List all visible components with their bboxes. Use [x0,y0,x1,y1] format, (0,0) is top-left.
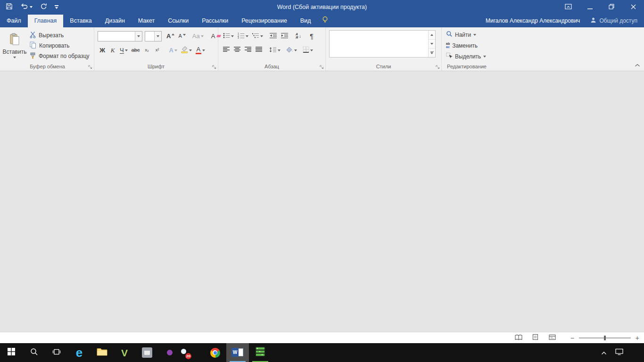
strikethrough-button[interactable]: abc [130,45,141,56]
start-button[interactable] [0,343,23,362]
find-button[interactable]: Найти [444,29,488,40]
show-marks-button[interactable]: ¶ [307,31,316,41]
replace-button[interactable]: ab ac Заменить [444,40,488,51]
shading-button[interactable] [285,45,298,56]
sort-button[interactable]: АЯ ↓ [294,31,303,41]
zoom-slider-thumb[interactable] [604,336,606,340]
taskbar-app-v[interactable]: V [113,343,136,362]
font-name-dropdown-caret[interactable] [135,32,142,41]
task-view-button[interactable] [45,343,68,362]
line-spacing-button[interactable] [268,45,282,56]
increase-indent-button[interactable] [280,31,290,41]
taskbar-app-badged[interactable]: 20 [181,343,204,362]
find-caret[interactable] [473,34,476,36]
restore-button[interactable] [601,0,622,14]
highlight-color-button[interactable] [180,45,193,56]
font-size-dropdown-caret[interactable] [154,32,161,41]
tray-monitor-icon[interactable] [615,348,623,357]
taskbar-search-button[interactable] [23,343,45,362]
format-painter-button[interactable]: Формат по образцу [27,51,92,61]
superscript-button[interactable]: x² [152,45,162,56]
redo-button[interactable] [40,3,47,12]
numbering-caret[interactable] [246,35,248,37]
text-effects-button[interactable]: А [167,45,178,56]
tab-mailings[interactable]: Рассылки [195,15,235,27]
minimize-button[interactable] [579,0,601,14]
undo-button[interactable] [20,3,33,11]
shading-caret[interactable] [294,49,297,51]
tell-me-button[interactable] [322,16,328,25]
zoom-in-button[interactable]: + [636,335,639,341]
share-button[interactable]: Общий доступ [590,17,637,25]
styles-dialog-launcher[interactable] [435,65,440,69]
styles-more-button[interactable] [429,49,435,57]
zoom-out-button[interactable]: − [570,335,574,341]
align-center-button[interactable] [232,45,242,56]
taskbar-app-word[interactable]: W [226,343,249,362]
borders-caret[interactable] [310,49,313,51]
paragraph-dialog-launcher[interactable] [319,65,324,69]
hidden-icons-chevron[interactable] [601,348,607,357]
highlight-caret[interactable] [189,49,192,51]
font-name-combobox[interactable] [98,31,142,41]
shrink-font-button[interactable]: А [177,31,187,41]
decrease-indent-button[interactable] [268,31,279,41]
bullets-caret[interactable] [231,35,234,37]
cut-button[interactable]: Вырезать [27,30,92,41]
taskbar-app-purple[interactable] [158,343,181,362]
font-size-combobox[interactable] [145,31,162,41]
taskbar-app-gray[interactable] [136,343,158,362]
tab-layout[interactable]: Макет [132,15,161,27]
copy-button[interactable]: Копировать [27,41,92,51]
select-caret[interactable] [483,56,486,58]
select-button[interactable]: Выделить [444,51,488,62]
user-name[interactable]: Мигалов Александр Александрович [486,17,580,24]
font-color-button[interactable]: А [194,45,206,56]
subscript-button[interactable]: x₂ [142,45,151,56]
borders-button[interactable] [301,45,314,56]
web-layout-button[interactable] [544,332,561,343]
taskbar-app-chrome[interactable] [204,343,226,362]
save-button[interactable] [6,3,13,12]
read-mode-button[interactable] [510,332,527,343]
bold-button[interactable]: Ж [98,45,107,56]
tab-insert[interactable]: Вставка [63,15,98,27]
underline-button[interactable]: Ч [118,45,129,56]
tab-view[interactable]: Вид [294,15,318,27]
change-case-button[interactable]: Аа [191,31,205,41]
customize-quick-access-button[interactable] [55,5,58,9]
align-left-button[interactable] [222,45,231,56]
italic-button[interactable]: К [108,45,117,56]
multilevel-list-button[interactable] [251,31,264,41]
taskbar-app-edge[interactable]: e [68,343,91,362]
styles-scroll-down-button[interactable] [429,40,435,49]
line-spacing-caret[interactable] [278,49,281,51]
tab-file[interactable]: Файл [0,15,28,27]
zoom-slider[interactable] [579,337,631,338]
numbering-button[interactable]: 123 [236,31,250,41]
font-dialog-launcher[interactable] [212,65,216,69]
grow-font-button[interactable]: А [165,31,176,41]
taskbar-app-media-player[interactable] [249,343,272,362]
taskbar-app-file-explorer[interactable] [91,343,113,362]
underline-caret[interactable] [125,49,128,51]
collapse-ribbon-button[interactable] [635,60,640,69]
paste-dropdown-caret[interactable] [13,57,16,58]
styles-scroll-up-button[interactable] [429,31,435,40]
align-right-button[interactable] [243,45,253,56]
styles-gallery[interactable] [329,30,436,58]
font-color-caret[interactable] [202,49,205,51]
justify-button[interactable] [254,45,264,56]
clipboard-dialog-launcher[interactable] [88,65,92,69]
ribbon-display-options-button[interactable] [557,0,579,14]
tab-review[interactable]: Рецензирование [235,15,294,27]
tab-design[interactable]: Дизайн [99,15,132,27]
bullets-button[interactable] [222,31,235,41]
undo-dropdown-caret[interactable] [30,6,33,8]
tab-home[interactable]: Главная [28,15,64,27]
tab-references[interactable]: Ссылки [161,15,195,27]
paste-button[interactable]: Вставить [2,29,27,62]
print-layout-button[interactable] [527,332,544,343]
multilevel-caret[interactable] [260,35,263,37]
close-button[interactable] [622,0,644,14]
